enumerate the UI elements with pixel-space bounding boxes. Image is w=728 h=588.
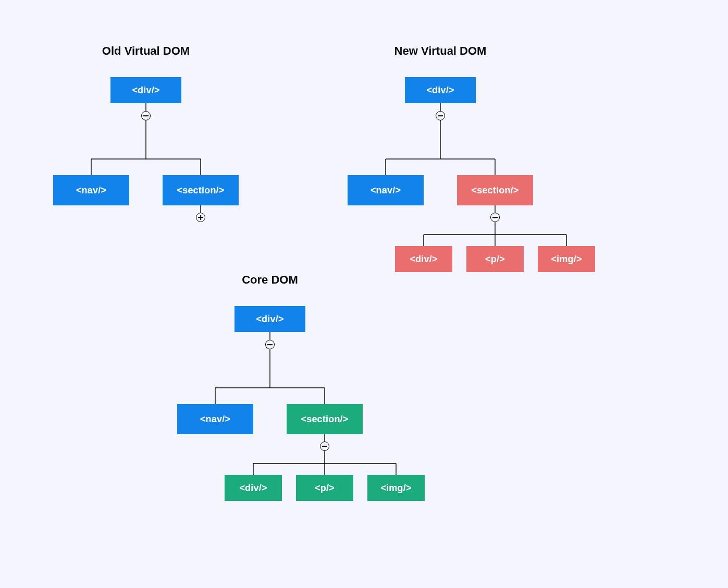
core-section-node: <section/> xyxy=(287,404,363,434)
collapse-icon[interactable] xyxy=(265,340,275,349)
core-root-node: <div/> xyxy=(235,306,305,332)
new-child-p-node: <p/> xyxy=(466,246,524,272)
new-nav-node: <nav/> xyxy=(348,175,424,205)
new-root-node: <div/> xyxy=(405,77,476,103)
collapse-icon[interactable] xyxy=(490,213,500,222)
old-root-node: <div/> xyxy=(110,77,181,103)
new-vdom-title: New Virtual DOM xyxy=(373,44,508,58)
old-vdom-title: Old Virtual DOM xyxy=(78,44,214,58)
new-section-node: <section/> xyxy=(457,175,533,205)
collapse-icon[interactable] xyxy=(436,111,445,120)
collapse-icon[interactable] xyxy=(320,442,329,451)
core-child-img-node: <img/> xyxy=(367,475,425,501)
core-dom-title: Core DOM xyxy=(202,273,338,287)
new-child-div-node: <div/> xyxy=(395,246,452,272)
old-nav-node: <nav/> xyxy=(53,175,129,205)
connector-lines xyxy=(0,0,728,588)
new-child-img-node: <img/> xyxy=(538,246,595,272)
core-child-div-node: <div/> xyxy=(225,475,282,501)
collapse-icon[interactable] xyxy=(141,111,151,120)
old-section-node: <section/> xyxy=(163,175,239,205)
core-nav-node: <nav/> xyxy=(177,404,253,434)
diagram-canvas: Old Virtual DOM <div/> <nav/> <section/>… xyxy=(0,0,728,588)
core-child-p-node: <p/> xyxy=(296,475,353,501)
expand-icon[interactable] xyxy=(196,213,205,222)
